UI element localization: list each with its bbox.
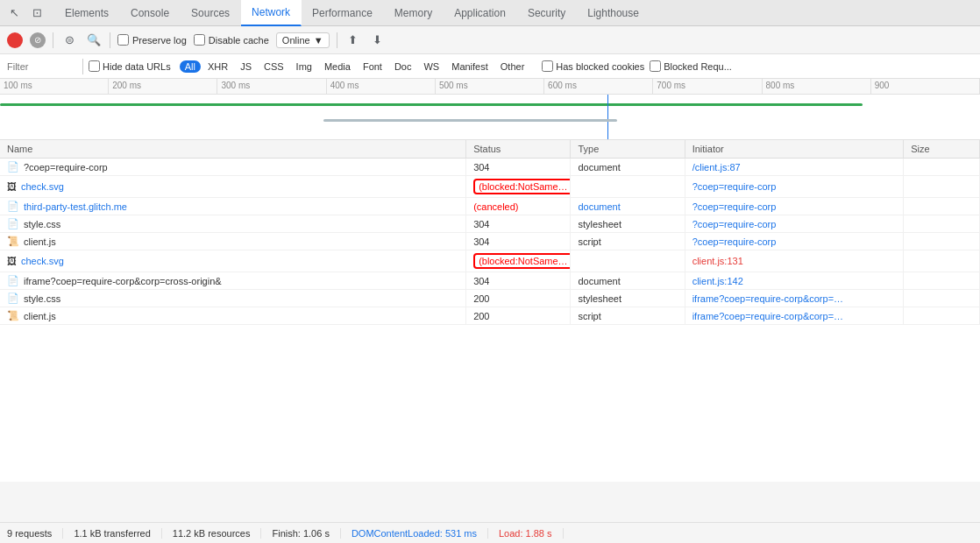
timeline: 100 ms200 ms300 ms400 ms500 ms600 ms700 … — [0, 79, 980, 140]
status-code: 304 — [466, 159, 571, 176]
tab-network[interactable]: Network — [241, 0, 302, 26]
resource-size — [904, 233, 980, 250]
filter-tags: AllXHRJSCSSImgMediaFontDocWSManifestOthe… — [180, 60, 530, 73]
tab-security[interactable]: Security — [517, 0, 577, 26]
table-row[interactable]: 📄style.css200stylesheetiframe?coep=requi… — [0, 290, 980, 307]
filter-input[interactable] — [7, 61, 77, 72]
resource-size — [904, 307, 980, 325]
status-blocked: (blocked:NotSame… — [473, 253, 571, 269]
file-name: iframe?coep=require-corp&corp=cross-orig… — [24, 276, 222, 286]
file-icon: 🖼 — [7, 256, 17, 266]
upload-icon[interactable]: ⬆ — [344, 32, 362, 49]
file-icon: 📜 — [7, 310, 19, 321]
hide-data-urls-checkbox[interactable]: Hide data URLs — [89, 60, 171, 72]
table-row[interactable]: 📜client.js200scriptiframe?coep=require-c… — [0, 307, 980, 325]
initiator-link[interactable]: client.js:131 — [692, 256, 743, 266]
filter-bar: Hide data URLs AllXHRJSCSSImgMediaFontDo… — [0, 54, 980, 79]
resource-type: stylesheet — [571, 290, 685, 307]
separator-3 — [337, 32, 337, 48]
tab-performance[interactable]: Performance — [302, 0, 384, 26]
col-status[interactable]: Status — [466, 140, 571, 159]
table-row[interactable]: 📜client.js304script?coep=require-corp — [0, 233, 980, 250]
initiator-link[interactable]: iframe?coep=require-corp&corp=… — [692, 311, 843, 321]
resource-type — [571, 176, 685, 198]
table-row[interactable]: 📄?coep=require-corp304document/client.js… — [0, 159, 980, 176]
device-icon[interactable]: ⊡ — [26, 3, 47, 24]
tab-elements[interactable]: Elements — [54, 0, 120, 26]
filter-tag-all[interactable]: All — [180, 60, 201, 73]
col-name[interactable]: Name — [0, 140, 466, 159]
resource-type: script — [571, 233, 685, 250]
timeline-tick: 900 — [871, 79, 980, 94]
filter-tag-font[interactable]: Font — [358, 60, 387, 73]
tab-console[interactable]: Console — [120, 0, 181, 26]
table-row[interactable]: 🖼check.svg(blocked:NotSame…?coep=require… — [0, 176, 980, 198]
filter-tag-img[interactable]: Img — [291, 60, 317, 73]
inspect-icon[interactable]: ↖ — [4, 3, 25, 24]
disable-cache-input[interactable] — [194, 34, 205, 46]
filter-tag-doc[interactable]: Doc — [389, 60, 417, 73]
timeline-tick: 100 ms — [0, 79, 109, 94]
clear-button[interactable]: ⊘ — [30, 32, 46, 48]
file-icon: 📄 — [7, 293, 19, 304]
file-name: ?coep=require-corp — [24, 162, 108, 173]
timeline-vline — [607, 95, 608, 140]
preserve-log-input[interactable] — [117, 34, 129, 46]
timeline-tick: 300 ms — [217, 79, 326, 94]
initiator-link[interactable]: ?coep=require-corp — [692, 236, 777, 247]
toolbar: ⊘ ⊜ 🔍 Preserve log Disable cache Online … — [0, 26, 980, 54]
blocked-requests-checkbox[interactable]: Blocked Requ... — [650, 60, 732, 72]
filter-tag-xhr[interactable]: XHR — [202, 60, 233, 73]
status-code: 200 — [466, 290, 571, 307]
table-row[interactable]: 📄iframe?coep=require-corp&corp=cross-ori… — [0, 272, 980, 290]
status-canceled: (canceled) — [473, 201, 518, 212]
file-icon: 🖼 — [7, 181, 17, 192]
tab-lighthouse[interactable]: Lighthouse — [577, 0, 650, 26]
initiator-link[interactable]: ?coep=require-corp — [692, 201, 777, 212]
timeline-bar-gray — [323, 119, 617, 122]
has-blocked-cookies-checkbox[interactable]: Has blocked cookies — [542, 60, 644, 72]
resource-size — [904, 159, 980, 176]
file-icon: 📜 — [7, 236, 19, 247]
tab-memory[interactable]: Memory — [384, 0, 444, 26]
col-size[interactable]: Size — [904, 140, 980, 159]
resource-type: document — [571, 272, 685, 290]
file-icon: 📄 — [7, 201, 19, 212]
file-name: check.svg — [21, 256, 64, 266]
filter-tag-media[interactable]: Media — [319, 60, 356, 73]
record-button[interactable] — [7, 32, 23, 48]
initiator-link[interactable]: /client.js:87 — [692, 162, 741, 173]
filter-icon[interactable]: ⊜ — [60, 32, 78, 49]
preserve-log-checkbox[interactable]: Preserve log — [117, 34, 187, 46]
has-blocked-cookies-input[interactable] — [542, 60, 553, 72]
initiator-link[interactable]: iframe?coep=require-corp&corp=… — [692, 293, 843, 304]
initiator-link[interactable]: client.js:142 — [692, 276, 743, 286]
hide-data-urls-input[interactable] — [89, 60, 100, 72]
table-row[interactable]: 📄third-party-test.glitch.me(canceled)doc… — [0, 198, 980, 215]
filter-tag-manifest[interactable]: Manifest — [446, 60, 494, 73]
filter-tag-js[interactable]: JS — [235, 60, 257, 73]
col-type[interactable]: Type — [571, 140, 685, 159]
download-icon[interactable]: ⬇ — [369, 32, 387, 49]
file-name: style.css — [24, 293, 60, 304]
file-name: check.svg — [21, 181, 64, 192]
file-name: style.css — [24, 219, 60, 229]
table-row[interactable]: 📄style.css304stylesheet?coep=require-cor… — [0, 215, 980, 233]
resource-type: script — [571, 307, 685, 325]
search-icon[interactable]: 🔍 — [85, 32, 103, 49]
col-initiator[interactable]: Initiator — [685, 140, 904, 159]
resource-type: document — [571, 198, 685, 215]
throttle-select[interactable]: Online ▼ — [276, 32, 330, 48]
filter-tag-css[interactable]: CSS — [259, 60, 289, 73]
initiator-link[interactable]: ?coep=require-corp — [692, 219, 777, 229]
filter-tag-ws[interactable]: WS — [418, 60, 444, 73]
tab-sources[interactable]: Sources — [181, 0, 241, 26]
disable-cache-checkbox[interactable]: Disable cache — [194, 34, 269, 46]
blocked-requests-input[interactable] — [650, 60, 661, 72]
filter-tag-other[interactable]: Other — [495, 60, 530, 73]
table-row[interactable]: 🖼check.svg(blocked:NotSame…client.js:131 — [0, 250, 980, 272]
initiator-link[interactable]: ?coep=require-corp — [692, 181, 777, 192]
tab-application[interactable]: Application — [444, 0, 517, 26]
timeline-tick: 400 ms — [327, 79, 436, 94]
status-blocked: (blocked:NotSame… — [473, 179, 571, 194]
